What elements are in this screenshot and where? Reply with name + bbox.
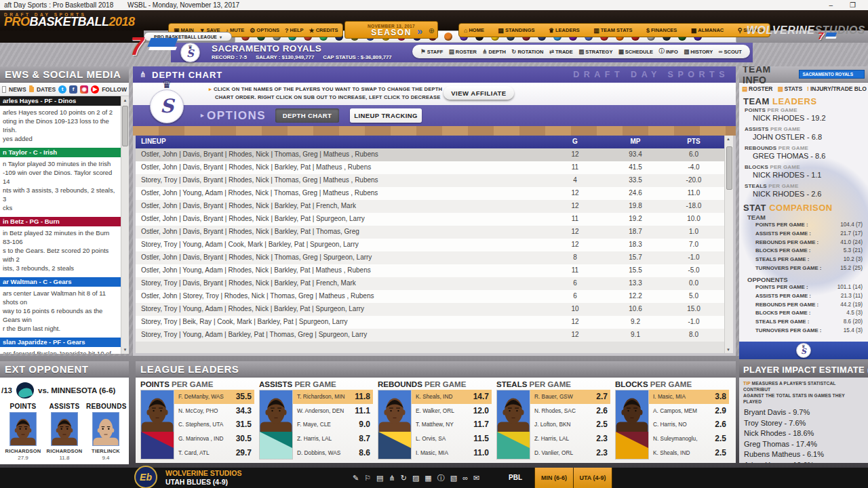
news-item-headline[interactable]: arles Hayes - PF - Dinos xyxy=(0,96,121,106)
strategy-icon[interactable]: ▨ xyxy=(412,474,419,483)
team-info-tab-stats[interactable]: ▥STATS xyxy=(777,85,802,92)
team-info-tab-injury-trade-block[interactable]: !INJURY/TRADE BLO xyxy=(807,85,867,92)
menu-options-button[interactable]: ⚙OPTIONS xyxy=(247,27,282,34)
team-nav-scout[interactable]: ∞SCOUT xyxy=(719,48,742,55)
team-nav-info[interactable]: ⓘINFO xyxy=(658,47,677,56)
schedule-icon[interactable]: ▦ xyxy=(425,474,431,483)
instagram-icon[interactable]: ◉ xyxy=(80,85,88,94)
news-item-headline[interactable]: ar Waltman - C - Gears xyxy=(0,277,121,287)
list-item[interactable]: F. DeManby, WAS35.5 xyxy=(174,390,254,404)
list-item[interactable]: Z. Harris, LAL2.3 xyxy=(530,432,610,446)
list-item[interactable]: L. Orvis, SA11.5 xyxy=(412,432,492,446)
table-row[interactable]: Storey, Troy | Davis, Bryant | Rhodes, N… xyxy=(136,174,724,187)
season-button[interactable]: NOVEMBER 13, 2017 SEASON » ⊕ xyxy=(344,21,438,39)
list-item[interactable]: J. Lofton, BKN2.5 xyxy=(530,418,610,432)
list-item[interactable]: D. Vanlier, ORL2.3 xyxy=(530,445,610,460)
table-scrollbar[interactable]: ▲ ▼ xyxy=(724,136,733,353)
team-info-team-select[interactable]: SACRAMENTO ROYALS xyxy=(799,70,865,79)
table-row[interactable]: Storey, Troy | Davis, Bryant | Rhodes, N… xyxy=(136,277,724,290)
follow-label[interactable]: FOLLOW xyxy=(102,86,127,93)
table-row[interactable]: Ostler, John | Davis, Bryant | Rhodes, N… xyxy=(136,161,724,174)
scroll-down-icon[interactable]: ▼ xyxy=(121,346,129,354)
team-logo-14[interactable] xyxy=(444,33,452,41)
scroll-up-icon[interactable]: ▲ xyxy=(726,137,730,141)
history-icon[interactable]: ▧ xyxy=(450,474,457,483)
tab-news[interactable]: NEWS xyxy=(9,86,26,93)
depth-icon[interactable]: ⋔ xyxy=(389,474,395,483)
list-item[interactable]: C. Harris, NO2.6 xyxy=(649,418,729,432)
table-row[interactable]: Ostler, John | Davis, Bryant | Rhodes, N… xyxy=(136,148,724,161)
list-item[interactable]: T. Richardson, MIN11.8 xyxy=(293,390,373,404)
flag-icon[interactable]: ⚐ xyxy=(364,474,371,483)
menu-help-button[interactable]: ?HELP xyxy=(282,27,307,34)
table-row[interactable]: Ostler, John | Davis, Bryant | Rhodes, N… xyxy=(136,213,724,226)
rotation-icon[interactable]: ↻ xyxy=(401,474,407,483)
list-item[interactable]: N. Suleymanoglu,2.5 xyxy=(649,432,729,446)
table-row[interactable]: Ostler, John | Davis, Bryant | Rhodes, N… xyxy=(136,200,724,213)
roster-icon[interactable]: ▤ xyxy=(376,474,383,483)
score-block-1[interactable]: MIN (6-6) xyxy=(535,468,574,488)
list-item[interactable]: A. Campos, MEM2.9 xyxy=(649,404,729,418)
advance-chevrons-icon[interactable]: » xyxy=(417,26,422,37)
menu-credits-button[interactable]: ★CREDITS xyxy=(307,27,341,34)
list-item[interactable]: N. McCoy, PHO34.3 xyxy=(174,404,254,418)
list-item[interactable]: I. Masic, MIA3.8 xyxy=(649,390,729,404)
team-nav-trade[interactable]: ⇄TRADE xyxy=(549,48,573,55)
tab-dates[interactable]: DATES xyxy=(37,86,56,93)
list-item[interactable]: C. Stephens, UTA31.5 xyxy=(174,418,254,432)
table-row[interactable]: Storey, Troy | Young, Adam | Rhodes, Nic… xyxy=(136,303,724,316)
news-item-headline[interactable]: slan Japaridze - PF - Gears xyxy=(0,338,121,347)
list-item[interactable]: T. Card, ATL29.7 xyxy=(174,445,254,460)
minimize-button[interactable]: – xyxy=(829,0,833,10)
table-row[interactable]: Ostler, John | Davis, Bryant | Rhodes, N… xyxy=(136,226,724,239)
list-item[interactable]: W. Anderson, DEN11.1 xyxy=(293,404,373,418)
info-icon[interactable]: ⓘ xyxy=(437,473,445,483)
team-nav-depth[interactable]: ⋔DEPTH xyxy=(482,48,506,55)
news-scrollbar[interactable]: ▲ ▼ xyxy=(121,96,129,354)
list-item[interactable]: Z. Harris, LAL8.7 xyxy=(293,432,373,446)
scrollbar-thumb[interactable] xyxy=(726,146,732,190)
list-item[interactable]: R. Bauer, GSW2.7 xyxy=(530,390,610,404)
scroll-up-icon[interactable]: ▲ xyxy=(121,96,129,104)
facebook-icon[interactable]: f xyxy=(69,85,77,94)
scroll-down-icon[interactable]: ▼ xyxy=(726,348,730,352)
table-row[interactable]: Storey, Troy | Young, Adam | Cook, Mark … xyxy=(136,239,724,251)
team-nav-history[interactable]: ▧HISTORY xyxy=(684,48,713,55)
team-nav-staff[interactable]: ⚑STAFF xyxy=(420,48,443,55)
list-item[interactable]: E. Walker, ORL12.0 xyxy=(412,404,492,418)
table-row[interactable]: Storey, Troy | Young, Adam | Barkley, Pa… xyxy=(136,329,724,342)
table-row[interactable]: Ostler, John | Storey, Troy | Rhodes, Ni… xyxy=(136,290,724,303)
tab-depth-chart[interactable]: DEPTH CHART xyxy=(275,108,339,123)
team-nav-rotation[interactable]: ↻ROTATION xyxy=(511,48,543,55)
twitter-icon[interactable]: t xyxy=(58,85,66,94)
menu-team-stats-button[interactable]: ▥TEAM STATS xyxy=(591,27,635,34)
table-row[interactable]: Ostler, John | Davis, Bryant | Rhodes, N… xyxy=(136,251,724,264)
table-row[interactable]: Ostler, John | Young, Adam | Rhodes, Nic… xyxy=(136,264,724,277)
menu-home-button[interactable]: ⌂HOME xyxy=(461,27,487,34)
tab-lineup-tracking[interactable]: LINEUP TRACKING xyxy=(350,108,422,123)
team-info-tab-roster[interactable]: ▤ROSTER xyxy=(742,85,772,92)
list-item[interactable]: T. Matthew, NY11.7 xyxy=(412,418,492,432)
globe-icon[interactable]: ⊕ xyxy=(429,26,435,35)
scrollbar-thumb[interactable] xyxy=(122,106,128,146)
news-item-headline[interactable]: n Taylor - C - Irish xyxy=(0,148,121,157)
menu-standings-button[interactable]: ▤STANDINGS xyxy=(495,27,537,34)
table-row[interactable]: Ostler, John | Young, Adam | Rhodes, Nic… xyxy=(136,187,724,200)
list-item[interactable]: D. Dobbins, WAS8.6 xyxy=(293,445,373,460)
score-block-2[interactable]: UTA (4-9) xyxy=(574,468,612,488)
team-nav-schedule[interactable]: ▦SCHEDULE xyxy=(618,48,653,55)
team-nav-strategy[interactable]: ▨STRATEGY xyxy=(578,48,612,55)
mail-icon[interactable]: ✉ xyxy=(473,474,479,483)
team-nav-roster[interactable]: ▤ROSTER xyxy=(449,48,477,55)
list-item[interactable]: F. Maye, CLE9.0 xyxy=(293,418,373,432)
table-row[interactable]: Storey, Troy | Beik, Ray | Cook, Mark | … xyxy=(136,316,724,329)
list-item[interactable]: K. Sheals, IND2.5 xyxy=(649,445,729,460)
list-item[interactable]: G. Marinova , IND30.5 xyxy=(174,432,254,446)
edit-icon[interactable]: ✎ xyxy=(353,474,359,483)
view-affiliate-button[interactable]: VIEW AFFILIATE xyxy=(443,86,514,100)
menu-leaders-button[interactable]: ♛LEADERS xyxy=(546,27,583,34)
list-item[interactable]: N. Rhodes, SAC2.6 xyxy=(530,404,610,418)
maximize-button[interactable]: ❐ xyxy=(850,0,856,10)
youtube-icon[interactable]: ▶ xyxy=(91,85,99,94)
list-item[interactable]: I. Masic, MIA11.0 xyxy=(412,445,492,460)
